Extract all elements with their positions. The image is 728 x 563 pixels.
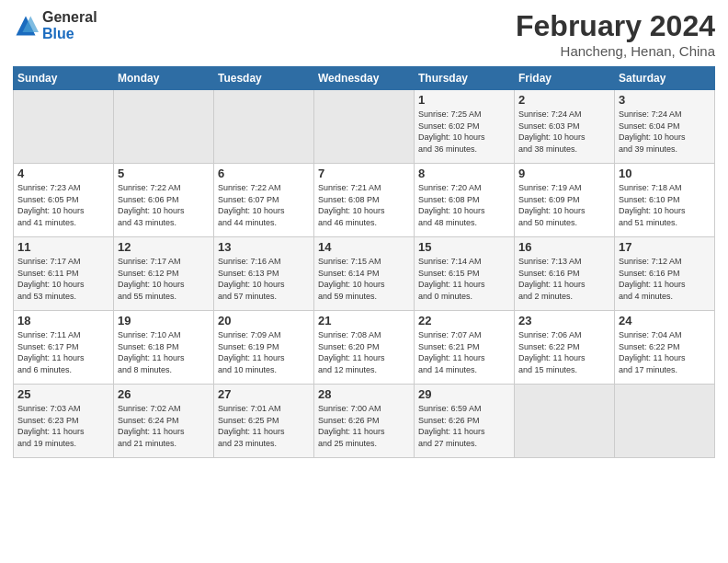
calendar-cell: 5Sunrise: 7:22 AM Sunset: 6:06 PM Daylig…: [114, 164, 214, 237]
day-number: 2: [518, 93, 610, 107]
day-number: 11: [17, 240, 109, 254]
day-info: Sunrise: 7:12 AM Sunset: 6:16 PM Dayligh…: [619, 256, 711, 302]
calendar-cell: 13Sunrise: 7:16 AM Sunset: 6:13 PM Dayli…: [214, 237, 314, 311]
calendar-cell: 3Sunrise: 7:24 AM Sunset: 6:04 PM Daylig…: [615, 90, 715, 164]
logo-blue-text: Blue: [42, 26, 97, 42]
day-info: Sunrise: 7:21 AM Sunset: 6:08 PM Dayligh…: [318, 182, 410, 228]
calendar-cell: 6Sunrise: 7:22 AM Sunset: 6:07 PM Daylig…: [214, 164, 314, 237]
day-number: 10: [619, 167, 711, 180]
logo-general-text: General: [42, 9, 97, 26]
calendar-cell: 22Sunrise: 7:07 AM Sunset: 6:21 PM Dayli…: [415, 311, 515, 385]
day-info: Sunrise: 7:24 AM Sunset: 6:04 PM Dayligh…: [619, 109, 711, 155]
day-info: Sunrise: 7:08 AM Sunset: 6:20 PM Dayligh…: [318, 329, 410, 375]
page: General Blue February 2024 Hancheng, Hen…: [0, 0, 728, 563]
day-info: Sunrise: 7:25 AM Sunset: 6:02 PM Dayligh…: [418, 109, 510, 155]
day-number: 22: [418, 314, 510, 327]
day-info: Sunrise: 7:22 AM Sunset: 6:07 PM Dayligh…: [218, 182, 310, 228]
calendar-table: SundayMondayTuesdayWednesdayThursdayFrid…: [13, 66, 715, 458]
calendar-cell: 14Sunrise: 7:15 AM Sunset: 6:14 PM Dayli…: [314, 237, 415, 311]
day-number: 21: [318, 314, 410, 327]
logo-text: General Blue: [42, 9, 97, 41]
calendar-cell: 7Sunrise: 7:21 AM Sunset: 6:08 PM Daylig…: [314, 164, 415, 237]
day-number: 28: [318, 387, 410, 401]
calendar-cell: 21Sunrise: 7:08 AM Sunset: 6:20 PM Dayli…: [314, 311, 415, 385]
calendar-cell: 16Sunrise: 7:13 AM Sunset: 6:16 PM Dayli…: [515, 237, 615, 311]
calendar-cell: 24Sunrise: 7:04 AM Sunset: 6:22 PM Dayli…: [615, 311, 715, 385]
calendar-body: 1Sunrise: 7:25 AM Sunset: 6:02 PM Daylig…: [14, 90, 715, 458]
day-number: 6: [218, 167, 310, 180]
calendar-cell: [314, 90, 415, 164]
day-info: Sunrise: 7:11 AM Sunset: 6:17 PM Dayligh…: [17, 329, 109, 375]
day-info: Sunrise: 7:24 AM Sunset: 6:03 PM Dayligh…: [518, 109, 610, 155]
calendar-header: SundayMondayTuesdayWednesdayThursdayFrid…: [14, 67, 715, 90]
day-info: Sunrise: 7:04 AM Sunset: 6:22 PM Dayligh…: [619, 329, 711, 375]
calendar-cell: 10Sunrise: 7:18 AM Sunset: 6:10 PM Dayli…: [615, 164, 715, 237]
day-number: 25: [17, 387, 109, 401]
day-number: 26: [118, 387, 210, 401]
calendar-cell: 18Sunrise: 7:11 AM Sunset: 6:17 PM Dayli…: [14, 311, 114, 385]
day-number: 24: [619, 314, 711, 327]
day-info: Sunrise: 7:19 AM Sunset: 6:09 PM Dayligh…: [518, 182, 610, 228]
day-number: 12: [118, 240, 210, 254]
day-info: Sunrise: 7:13 AM Sunset: 6:16 PM Dayligh…: [518, 256, 610, 302]
day-number: 15: [418, 240, 510, 254]
day-info: Sunrise: 7:23 AM Sunset: 6:05 PM Dayligh…: [17, 182, 109, 228]
calendar-cell: 11Sunrise: 7:17 AM Sunset: 6:11 PM Dayli…: [14, 237, 114, 311]
day-info: Sunrise: 6:59 AM Sunset: 6:26 PM Dayligh…: [418, 403, 510, 449]
header-cell-monday: Monday: [114, 67, 214, 90]
week-row-3: 18Sunrise: 7:11 AM Sunset: 6:17 PM Dayli…: [14, 311, 715, 385]
week-row-2: 11Sunrise: 7:17 AM Sunset: 6:11 PM Dayli…: [14, 237, 715, 311]
calendar-cell: 8Sunrise: 7:20 AM Sunset: 6:08 PM Daylig…: [415, 164, 515, 237]
day-number: 9: [518, 167, 610, 180]
calendar-cell: 17Sunrise: 7:12 AM Sunset: 6:16 PM Dayli…: [615, 237, 715, 311]
main-title: February 2024: [516, 9, 715, 43]
calendar-cell: 28Sunrise: 7:00 AM Sunset: 6:26 PM Dayli…: [314, 385, 415, 458]
header-cell-sunday: Sunday: [14, 67, 114, 90]
logo-icon: [13, 13, 39, 39]
day-number: 13: [218, 240, 310, 254]
calendar-cell: 29Sunrise: 6:59 AM Sunset: 6:26 PM Dayli…: [415, 385, 515, 458]
day-number: 23: [518, 314, 610, 327]
calendar-cell: 12Sunrise: 7:17 AM Sunset: 6:12 PM Dayli…: [114, 237, 214, 311]
day-number: 8: [418, 167, 510, 180]
calendar-cell: 15Sunrise: 7:14 AM Sunset: 6:15 PM Dayli…: [415, 237, 515, 311]
day-number: 4: [17, 167, 109, 180]
day-info: Sunrise: 7:02 AM Sunset: 6:24 PM Dayligh…: [118, 403, 210, 449]
day-number: 5: [118, 167, 210, 180]
calendar-cell: 9Sunrise: 7:19 AM Sunset: 6:09 PM Daylig…: [515, 164, 615, 237]
calendar-cell: 20Sunrise: 7:09 AM Sunset: 6:19 PM Dayli…: [214, 311, 314, 385]
day-info: Sunrise: 7:03 AM Sunset: 6:23 PM Dayligh…: [17, 403, 109, 449]
week-row-0: 1Sunrise: 7:25 AM Sunset: 6:02 PM Daylig…: [14, 90, 715, 164]
calendar-cell: 19Sunrise: 7:10 AM Sunset: 6:18 PM Dayli…: [114, 311, 214, 385]
day-number: 1: [418, 93, 510, 107]
calendar-cell: 1Sunrise: 7:25 AM Sunset: 6:02 PM Daylig…: [415, 90, 515, 164]
day-info: Sunrise: 7:17 AM Sunset: 6:11 PM Dayligh…: [17, 256, 109, 302]
header-cell-saturday: Saturday: [615, 67, 715, 90]
header-cell-wednesday: Wednesday: [314, 67, 415, 90]
day-number: 27: [218, 387, 310, 401]
header-cell-friday: Friday: [515, 67, 615, 90]
title-block: February 2024 Hancheng, Henan, China: [516, 9, 715, 59]
header-cell-tuesday: Tuesday: [214, 67, 314, 90]
header: General Blue February 2024 Hancheng, Hen…: [13, 9, 715, 59]
day-info: Sunrise: 7:17 AM Sunset: 6:12 PM Dayligh…: [118, 256, 210, 302]
day-number: 29: [418, 387, 510, 401]
calendar-cell: 25Sunrise: 7:03 AM Sunset: 6:23 PM Dayli…: [14, 385, 114, 458]
logo: General Blue: [13, 9, 97, 41]
day-info: Sunrise: 7:15 AM Sunset: 6:14 PM Dayligh…: [318, 256, 410, 302]
calendar-cell: [114, 90, 214, 164]
day-info: Sunrise: 7:09 AM Sunset: 6:19 PM Dayligh…: [218, 329, 310, 375]
calendar-cell: 26Sunrise: 7:02 AM Sunset: 6:24 PM Dayli…: [114, 385, 214, 458]
day-info: Sunrise: 7:00 AM Sunset: 6:26 PM Dayligh…: [318, 403, 410, 449]
day-info: Sunrise: 7:20 AM Sunset: 6:08 PM Dayligh…: [418, 182, 510, 228]
day-info: Sunrise: 7:07 AM Sunset: 6:21 PM Dayligh…: [418, 329, 510, 375]
day-info: Sunrise: 7:06 AM Sunset: 6:22 PM Dayligh…: [518, 329, 610, 375]
day-info: Sunrise: 7:18 AM Sunset: 6:10 PM Dayligh…: [619, 182, 711, 228]
day-info: Sunrise: 7:01 AM Sunset: 6:25 PM Dayligh…: [218, 403, 310, 449]
calendar-cell: [515, 385, 615, 458]
header-row: SundayMondayTuesdayWednesdayThursdayFrid…: [14, 67, 715, 90]
day-number: 17: [619, 240, 711, 254]
day-info: Sunrise: 7:16 AM Sunset: 6:13 PM Dayligh…: [218, 256, 310, 302]
calendar-cell: [214, 90, 314, 164]
day-number: 16: [518, 240, 610, 254]
